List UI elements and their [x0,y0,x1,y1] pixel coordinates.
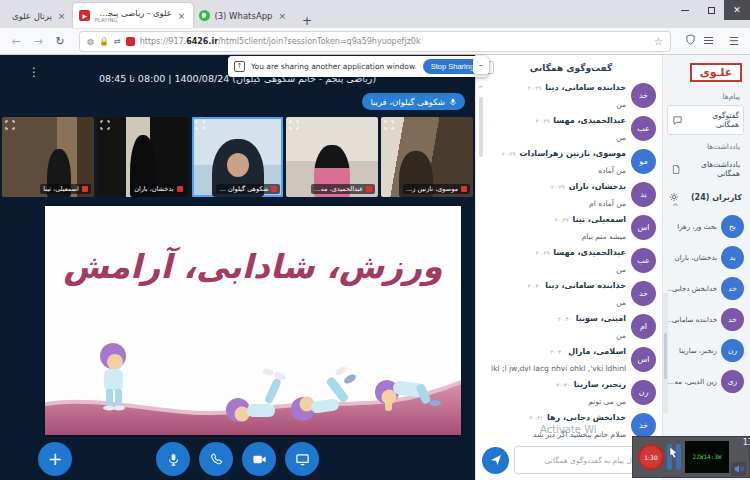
phone-icon [209,452,224,467]
window-minimize-button[interactable] [672,0,698,20]
send-message-button[interactable] [482,447,509,474]
tab-title: پرتال علوی [12,11,52,21]
user-list-item[interactable]: زی زین الدینی، مه… [667,370,744,393]
scrollbar-thumb[interactable] [664,333,667,379]
url-bar[interactable]: ◍ 🔒 ⇄ https://917.6426.ir/html5client/jo… [80,32,670,51]
autoplay-blocked-icon[interactable]: ◍ [87,37,94,46]
tracking-shield-icon[interactable] [682,34,698,48]
fullscreen-icon[interactable] [195,120,205,130]
whatsapp-icon [199,10,210,21]
video-tile[interactable]: موسوی، نازنین ز… [381,117,473,197]
avatar: خد [631,413,656,438]
users-scrollbar[interactable] [663,293,668,413]
mic-icon [166,452,181,467]
video-tile-active-speaker[interactable]: شکوهی گیلوان … [192,117,284,197]
library-icon[interactable] [704,37,720,44]
video-name-label: عبدالحمیدی، مه… [311,184,375,194]
gear-icon[interactable] [669,192,679,202]
speaking-user-name: شکوهی گیلوان، فریبا [370,97,445,107]
messages-section-label: پیام‌ها [667,92,740,101]
video-tile[interactable]: بدخشان، باران [97,117,189,197]
reload-button[interactable]: ↻ [52,35,68,48]
aparat-favicon: ▶ [79,10,90,21]
avatar: بح [721,215,744,238]
window-close-button[interactable]: ✕ [724,0,750,20]
user-list-item[interactable]: بح بحث ور، زهرا [667,215,744,238]
fullscreen-icon[interactable] [289,120,299,130]
users-scroll-up-icon[interactable]: ^ [669,203,744,212]
sidebar-item-public-chat[interactable]: گفتوگوی همگانی [667,105,744,135]
menu-hamburger-icon[interactable]: ☰ [726,35,742,48]
avatar: زی [721,370,744,393]
tab-close-icon[interactable]: × [277,11,289,21]
send-plane-icon [490,454,502,466]
screenshare-button[interactable] [285,442,319,476]
actions-plus-button[interactable]: + [38,442,72,476]
user-list-item[interactable]: خد خدابنده سامانی… [667,308,744,331]
scroll-up-icon[interactable]: ^ [477,85,484,93]
avatar: اس [631,347,656,372]
alavi-logo: علـوی [690,63,742,82]
scrollbar-thumb[interactable] [479,97,483,157]
tab-class[interactable]: ▶ علوی - ریاضی پنجم ( خانم شکو… PLAYING … [73,3,193,28]
tab-whatsapp[interactable]: (3) WhatsApp × [193,3,294,28]
avatar: بد [721,246,744,269]
mute-badge-icon [461,186,467,192]
new-tab-button[interactable]: + [294,14,320,28]
speaking-indicator[interactable]: شکوهی گیلوان، فریبا [362,93,465,110]
chat-header: گفت‌وگوی همگانی ‹ [476,55,662,81]
fullscreen-icon[interactable] [384,120,394,130]
container-icon[interactable]: ⇄ [114,37,121,46]
user-list-item[interactable]: خد خدابخش دجابی… [667,277,744,300]
extension-icon[interactable] [126,37,135,46]
sharing-text: You are sharing another application wind… [251,62,417,71]
record-button[interactable]: 1:30 [638,444,664,470]
user-list-item[interactable]: رن رنجبر، سارینا [667,339,744,362]
url-text[interactable]: https://917.6426.ir/html5client/join?ses… [140,37,649,46]
video-name-label: اسمعیلی، تینا [40,184,91,194]
options-kebab-icon[interactable]: ⋮ [28,65,40,79]
video-name-label: بدخشان، باران [131,184,185,194]
window-maximize-button[interactable] [698,0,724,20]
video-tile[interactable]: عبدالحمیدی، مه… [286,117,378,197]
chat-message: خد خدابنده سامانی، دینا۲۰:۴۰من [486,281,656,309]
back-button[interactable]: ← [8,35,24,48]
webcam-button[interactable] [242,442,276,476]
notes-section-label: یادداشت‌ها [667,142,740,151]
tab-close-icon[interactable]: × [176,11,188,21]
presentation-slide[interactable]: ورزش، شادابی، آرامش [45,206,461,435]
pause-button[interactable] [667,442,683,472]
fullscreen-icon[interactable] [5,120,15,130]
bookmark-star-icon[interactable]: ☆ [654,36,663,47]
user-list-item[interactable]: بد بدخشان، باران [667,246,744,269]
note-icon [671,164,680,175]
avatar: خد [631,281,656,306]
phone-button[interactable] [199,442,233,476]
tab-close-icon[interactable]: × [56,11,68,21]
chat-message: اس اسمعیلی، تینا۲۰:۲۹میشه منم بیام [486,215,656,243]
tab-portal[interactable]: پرتال علوی × [6,3,73,28]
chat-message: مو موسوی، نازنین زهراسادات۲۰:۲۹من آماده [486,149,656,177]
avatar: خد [631,83,656,108]
sharing-minimize-button[interactable]: – [473,58,489,74]
camera-icon [252,452,267,467]
sidebar-item-public-notes[interactable]: یادداشت‌های همگانی [667,155,744,183]
microphone-button[interactable] [156,442,190,476]
slide-title: ورزش، شادابی، آرامش [63,246,443,287]
fullscreen-icon[interactable] [100,120,110,130]
chat-message: عب عبدالحمیدی، مهسا۲۰:۲۹من [486,116,656,144]
lock-icon[interactable]: 🔒 [99,37,109,46]
recorder-preview-screen: 2ZW14:3W [685,441,729,473]
tab-title: (3) WhatsApp [214,11,272,21]
user-list: بح بحث ور، زهرا بد بدخشان، باران خد خداب… [667,215,744,393]
action-toolbar: + [0,437,475,480]
window-controls: ✕ [672,0,750,20]
chat-scrollbar[interactable]: ^ [477,85,484,437]
avatar: عب [631,248,656,273]
avatar: بد [631,182,656,207]
forward-button[interactable]: → [30,35,46,48]
mute-badge-icon [82,186,88,192]
chat-message-list: خد خدابنده سامانی، دینا۲۰:۲۹من عب عبدالح… [486,83,656,439]
speaker-icon[interactable] [731,462,746,476]
video-tile[interactable]: اسمعیلی، تینا [2,117,94,197]
